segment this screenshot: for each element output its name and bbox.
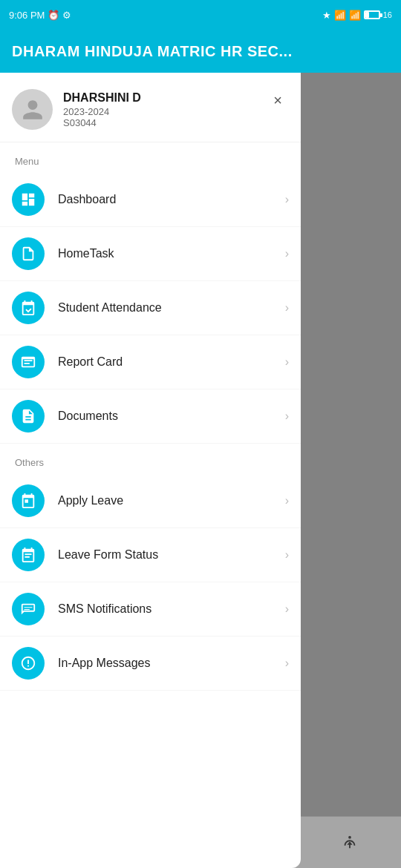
apply-leave-chevron: › — [285, 494, 289, 507]
drawer-user-name: DHARSHINI D — [63, 91, 289, 105]
menu-item-leave-form-label: Leave Form Status — [58, 548, 285, 562]
menu-item-hometask-label: HomeTask — [58, 247, 285, 260]
drawer-panel: DHARSHINI D 2023-2024 S03044 × Menu Dash… — [0, 73, 301, 868]
others-section-label: Others — [0, 444, 301, 474]
drawer-close-button[interactable]: × — [267, 89, 289, 111]
drawer-user-info: DHARSHINI D 2023-2024 S03044 — [63, 91, 289, 128]
menu-item-dashboard[interactable]: Dashboard › — [0, 173, 301, 227]
menu-item-in-app-messages[interactable]: In-App Messages › — [0, 637, 301, 691]
wifi-icon: 📶 — [349, 10, 361, 21]
menu-item-documents[interactable]: Documents › — [0, 389, 301, 444]
in-app-chevron: › — [285, 657, 289, 670]
hometask-icon-circle — [12, 237, 45, 270]
menu-item-sms-notifications[interactable]: SMS Notifications › — [0, 582, 301, 637]
apply-leave-icon-circle — [12, 484, 45, 517]
attendance-icon-circle — [12, 292, 45, 324]
menu-item-attendance-label: Student Attendance — [58, 301, 285, 315]
battery-icon — [364, 10, 380, 19]
status-right: ★ 📶 📶 16 — [322, 10, 392, 21]
in-app-messages-icon-circle — [12, 647, 45, 680]
menu-item-hometask[interactable]: HomeTask › — [0, 227, 301, 281]
time: 9:06 PM — [9, 10, 45, 21]
documents-chevron: › — [285, 410, 289, 423]
status-bar: 9:06 PM ⏰ ⚙ ★ 📶 📶 16 — [0, 0, 401, 30]
settings-icon: ⚙ — [62, 10, 71, 21]
menu-item-sms-label: SMS Notifications — [58, 602, 285, 616]
report-card-chevron: › — [285, 355, 289, 369]
attendance-chevron: › — [285, 301, 289, 315]
status-left: 9:06 PM ⏰ ⚙ — [9, 10, 71, 21]
drawer-user-id: S03044 — [63, 117, 289, 128]
menu-item-report-card[interactable]: Report Card › — [0, 335, 301, 389]
menu-item-documents-label: Documents — [58, 410, 285, 423]
menu-section-label: Menu — [0, 142, 301, 173]
report-card-icon-circle — [12, 346, 45, 378]
hometask-chevron: › — [285, 247, 289, 260]
leave-form-icon-circle — [12, 539, 45, 571]
menu-item-dashboard-label: Dashboard — [58, 193, 285, 206]
bluetooth-icon: ★ — [322, 10, 331, 21]
menu-item-leave-form-status[interactable]: Leave Form Status › — [0, 528, 301, 582]
app-header: DHARAM HINDUJA MATRIC HR SEC... — [0, 30, 401, 73]
menu-item-in-app-label: In-App Messages — [58, 657, 285, 670]
dashboard-icon-circle — [12, 183, 45, 216]
menu-item-report-card-label: Report Card — [58, 355, 285, 369]
documents-icon-circle — [12, 400, 45, 433]
drawer-user-year: 2023-2024 — [63, 106, 289, 117]
drawer-header: DHARSHINI D 2023-2024 S03044 × — [0, 73, 301, 142]
menu-item-apply-leave[interactable]: Apply Leave › — [0, 474, 301, 528]
alarm-icon: ⏰ — [48, 10, 59, 21]
signal-icon: 📶 — [334, 10, 346, 21]
dashboard-chevron: › — [285, 193, 289, 206]
battery-level: 16 — [383, 10, 392, 19]
sms-icon-circle — [12, 593, 45, 625]
leave-form-chevron: › — [285, 548, 289, 562]
drawer-avatar — [12, 89, 53, 130]
sms-chevron: › — [285, 602, 289, 616]
menu-item-student-attendance[interactable]: Student Attendance › — [0, 281, 301, 335]
app-title: DHARAM HINDUJA MATRIC HR SEC... — [12, 43, 293, 60]
menu-item-apply-leave-label: Apply Leave — [58, 494, 285, 507]
